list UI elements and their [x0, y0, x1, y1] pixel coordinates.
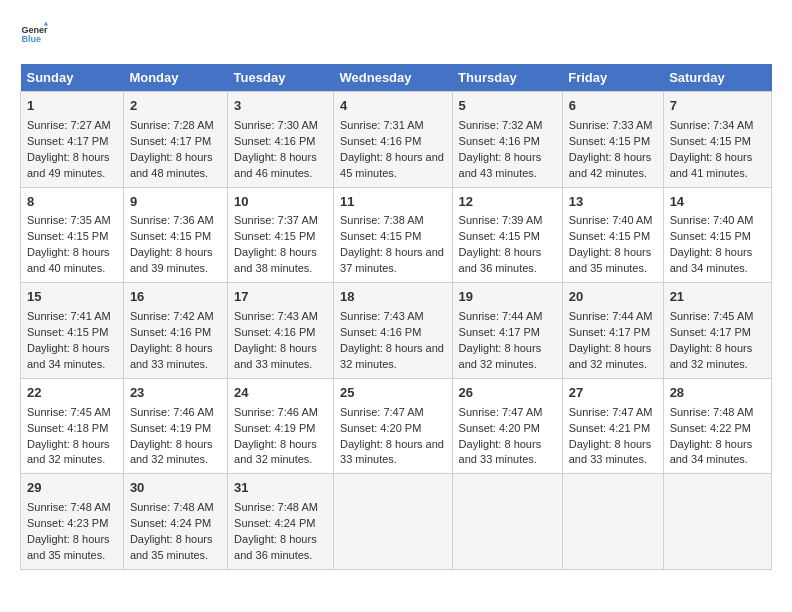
empty-cell — [334, 474, 453, 570]
sunrise-text: Sunrise: 7:36 AM — [130, 214, 214, 226]
daylight-text: Daylight: 8 hours and 33 minutes. — [569, 438, 652, 466]
sunrise-text: Sunrise: 7:47 AM — [340, 406, 424, 418]
sunset-text: Sunset: 4:20 PM — [340, 422, 421, 434]
sunset-text: Sunset: 4:16 PM — [234, 326, 315, 338]
day-number: 28 — [670, 384, 765, 403]
calendar-body: 1Sunrise: 7:27 AMSunset: 4:17 PMDaylight… — [21, 92, 772, 570]
daylight-text: Daylight: 8 hours and 34 minutes. — [27, 342, 110, 370]
sunrise-text: Sunrise: 7:38 AM — [340, 214, 424, 226]
day-number: 8 — [27, 193, 117, 212]
sunrise-text: Sunrise: 7:48 AM — [670, 406, 754, 418]
sunset-text: Sunset: 4:19 PM — [234, 422, 315, 434]
sunrise-text: Sunrise: 7:31 AM — [340, 119, 424, 131]
sunset-text: Sunset: 4:17 PM — [27, 135, 108, 147]
sunrise-text: Sunrise: 7:45 AM — [27, 406, 111, 418]
sunset-text: Sunset: 4:16 PM — [130, 326, 211, 338]
sunset-text: Sunset: 4:15 PM — [670, 135, 751, 147]
day-number: 14 — [670, 193, 765, 212]
daylight-text: Daylight: 8 hours and 32 minutes. — [27, 438, 110, 466]
day-number: 18 — [340, 288, 446, 307]
day-number: 21 — [670, 288, 765, 307]
daylight-text: Daylight: 8 hours and 38 minutes. — [234, 246, 317, 274]
day-number: 1 — [27, 97, 117, 116]
day-number: 4 — [340, 97, 446, 116]
sunset-text: Sunset: 4:24 PM — [130, 517, 211, 529]
day-cell-14: 14Sunrise: 7:40 AMSunset: 4:15 PMDayligh… — [663, 187, 771, 283]
daylight-text: Daylight: 8 hours and 48 minutes. — [130, 151, 213, 179]
sunrise-text: Sunrise: 7:48 AM — [234, 501, 318, 513]
empty-cell — [562, 474, 663, 570]
daylight-text: Daylight: 8 hours and 32 minutes. — [569, 342, 652, 370]
sunrise-text: Sunrise: 7:40 AM — [670, 214, 754, 226]
sunrise-text: Sunrise: 7:48 AM — [27, 501, 111, 513]
day-cell-27: 27Sunrise: 7:47 AMSunset: 4:21 PMDayligh… — [562, 378, 663, 474]
svg-text:Blue: Blue — [21, 34, 41, 44]
sunrise-text: Sunrise: 7:46 AM — [130, 406, 214, 418]
day-number: 26 — [459, 384, 556, 403]
header-cell-saturday: Saturday — [663, 64, 771, 92]
sunrise-text: Sunrise: 7:41 AM — [27, 310, 111, 322]
day-number: 24 — [234, 384, 327, 403]
day-cell-4: 4Sunrise: 7:31 AMSunset: 4:16 PMDaylight… — [334, 92, 453, 188]
logo-icon: General Blue — [20, 20, 48, 48]
day-cell-29: 29Sunrise: 7:48 AMSunset: 4:23 PMDayligh… — [21, 474, 124, 570]
day-number: 23 — [130, 384, 221, 403]
daylight-text: Daylight: 8 hours and 39 minutes. — [130, 246, 213, 274]
sunrise-text: Sunrise: 7:32 AM — [459, 119, 543, 131]
day-number: 10 — [234, 193, 327, 212]
day-cell-20: 20Sunrise: 7:44 AMSunset: 4:17 PMDayligh… — [562, 283, 663, 379]
day-number: 2 — [130, 97, 221, 116]
daylight-text: Daylight: 8 hours and 33 minutes. — [234, 342, 317, 370]
day-cell-25: 25Sunrise: 7:47 AMSunset: 4:20 PMDayligh… — [334, 378, 453, 474]
sunrise-text: Sunrise: 7:34 AM — [670, 119, 754, 131]
sunset-text: Sunset: 4:16 PM — [340, 135, 421, 147]
sunset-text: Sunset: 4:17 PM — [569, 326, 650, 338]
day-number: 30 — [130, 479, 221, 498]
sunrise-text: Sunrise: 7:43 AM — [234, 310, 318, 322]
daylight-text: Daylight: 8 hours and 34 minutes. — [670, 246, 753, 274]
day-number: 16 — [130, 288, 221, 307]
daylight-text: Daylight: 8 hours and 32 minutes. — [670, 342, 753, 370]
sunrise-text: Sunrise: 7:39 AM — [459, 214, 543, 226]
day-number: 12 — [459, 193, 556, 212]
sunrise-text: Sunrise: 7:47 AM — [569, 406, 653, 418]
day-number: 13 — [569, 193, 657, 212]
calendar-week-1: 1Sunrise: 7:27 AMSunset: 4:17 PMDaylight… — [21, 92, 772, 188]
daylight-text: Daylight: 8 hours and 41 minutes. — [670, 151, 753, 179]
empty-cell — [663, 474, 771, 570]
calendar-header: SundayMondayTuesdayWednesdayThursdayFrid… — [21, 64, 772, 92]
daylight-text: Daylight: 8 hours and 36 minutes. — [459, 246, 542, 274]
day-cell-6: 6Sunrise: 7:33 AMSunset: 4:15 PMDaylight… — [562, 92, 663, 188]
sunrise-text: Sunrise: 7:46 AM — [234, 406, 318, 418]
sunrise-text: Sunrise: 7:44 AM — [569, 310, 653, 322]
header-row: SundayMondayTuesdayWednesdayThursdayFrid… — [21, 64, 772, 92]
calendar-week-2: 8Sunrise: 7:35 AMSunset: 4:15 PMDaylight… — [21, 187, 772, 283]
day-cell-23: 23Sunrise: 7:46 AMSunset: 4:19 PMDayligh… — [123, 378, 227, 474]
day-cell-17: 17Sunrise: 7:43 AMSunset: 4:16 PMDayligh… — [228, 283, 334, 379]
daylight-text: Daylight: 8 hours and 40 minutes. — [27, 246, 110, 274]
sunset-text: Sunset: 4:17 PM — [130, 135, 211, 147]
day-number: 29 — [27, 479, 117, 498]
day-cell-5: 5Sunrise: 7:32 AMSunset: 4:16 PMDaylight… — [452, 92, 562, 188]
day-cell-31: 31Sunrise: 7:48 AMSunset: 4:24 PMDayligh… — [228, 474, 334, 570]
header-cell-sunday: Sunday — [21, 64, 124, 92]
day-cell-7: 7Sunrise: 7:34 AMSunset: 4:15 PMDaylight… — [663, 92, 771, 188]
sunset-text: Sunset: 4:22 PM — [670, 422, 751, 434]
sunset-text: Sunset: 4:15 PM — [27, 326, 108, 338]
header-cell-tuesday: Tuesday — [228, 64, 334, 92]
day-number: 31 — [234, 479, 327, 498]
day-number: 6 — [569, 97, 657, 116]
daylight-text: Daylight: 8 hours and 35 minutes. — [569, 246, 652, 274]
day-number: 11 — [340, 193, 446, 212]
daylight-text: Daylight: 8 hours and 34 minutes. — [670, 438, 753, 466]
day-number: 27 — [569, 384, 657, 403]
daylight-text: Daylight: 8 hours and 46 minutes. — [234, 151, 317, 179]
day-number: 15 — [27, 288, 117, 307]
sunrise-text: Sunrise: 7:28 AM — [130, 119, 214, 131]
sunrise-text: Sunrise: 7:48 AM — [130, 501, 214, 513]
day-cell-22: 22Sunrise: 7:45 AMSunset: 4:18 PMDayligh… — [21, 378, 124, 474]
calendar-week-5: 29Sunrise: 7:48 AMSunset: 4:23 PMDayligh… — [21, 474, 772, 570]
day-cell-15: 15Sunrise: 7:41 AMSunset: 4:15 PMDayligh… — [21, 283, 124, 379]
day-cell-3: 3Sunrise: 7:30 AMSunset: 4:16 PMDaylight… — [228, 92, 334, 188]
day-cell-19: 19Sunrise: 7:44 AMSunset: 4:17 PMDayligh… — [452, 283, 562, 379]
